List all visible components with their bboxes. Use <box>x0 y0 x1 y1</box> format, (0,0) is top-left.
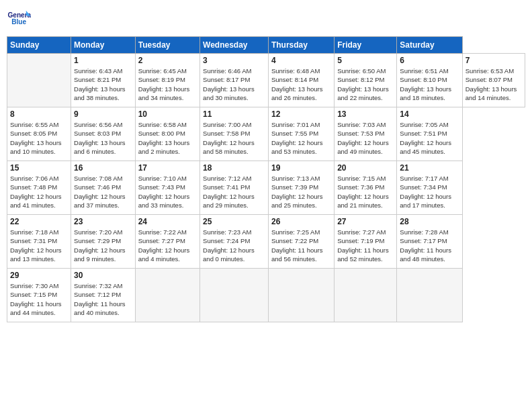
calendar-day-cell <box>397 269 462 322</box>
svg-text:Blue: Blue <box>11 18 26 26</box>
day-info: Sunrise: 7:20 AMSunset: 7:29 PMDaylight:… <box>74 228 132 263</box>
calendar-day-cell: 13Sunrise: 7:03 AMSunset: 7:53 PMDayligh… <box>335 107 397 161</box>
weekday-header-tuesday: Tuesday <box>135 37 200 54</box>
calendar-day-cell: 17Sunrise: 7:10 AMSunset: 7:43 PMDayligh… <box>135 161 200 215</box>
calendar-week-row: 22Sunrise: 7:18 AMSunset: 7:31 PMDayligh… <box>7 215 525 269</box>
calendar-day-cell: 6Sunrise: 6:51 AMSunset: 8:10 PMDaylight… <box>397 54 462 107</box>
calendar-day-cell <box>200 269 269 322</box>
day-number: 11 <box>203 109 265 119</box>
day-number: 24 <box>138 217 197 226</box>
day-info: Sunrise: 7:12 AMSunset: 7:41 PMDaylight:… <box>203 174 265 210</box>
day-info: Sunrise: 7:03 AMSunset: 7:53 PMDaylight:… <box>337 120 394 156</box>
day-number: 7 <box>466 56 522 65</box>
calendar-day-cell: 14Sunrise: 7:05 AMSunset: 7:51 PMDayligh… <box>397 107 462 161</box>
calendar-day-cell <box>268 269 334 322</box>
day-info: Sunrise: 7:06 AMSunset: 7:48 PMDaylight:… <box>10 174 68 210</box>
day-number: 26 <box>271 217 331 226</box>
calendar-table: SundayMondayTuesdayWednesdayThursdayFrid… <box>7 36 525 322</box>
day-number: 19 <box>271 163 331 173</box>
calendar-day-cell: 26Sunrise: 7:25 AMSunset: 7:22 PMDayligh… <box>268 215 334 269</box>
day-number: 16 <box>74 163 132 173</box>
day-info: Sunrise: 7:27 AMSunset: 7:19 PMDaylight:… <box>337 228 394 263</box>
day-number: 1 <box>74 56 132 65</box>
calendar-day-cell: 5Sunrise: 6:50 AMSunset: 8:12 PMDaylight… <box>335 54 397 107</box>
day-info: Sunrise: 7:25 AMSunset: 7:22 PMDaylight:… <box>271 228 331 263</box>
weekday-header-saturday: Saturday <box>397 37 462 54</box>
calendar-day-cell: 21Sunrise: 7:17 AMSunset: 7:34 PMDayligh… <box>397 161 462 215</box>
calendar-day-cell: 29Sunrise: 7:30 AMSunset: 7:15 PMDayligh… <box>7 269 71 322</box>
calendar-day-cell: 28Sunrise: 7:28 AMSunset: 7:17 PMDayligh… <box>397 215 462 269</box>
calendar-week-row: 8Sunrise: 6:55 AMSunset: 8:05 PMDaylight… <box>7 107 525 161</box>
calendar-day-cell: 11Sunrise: 7:00 AMSunset: 7:58 PMDayligh… <box>200 107 269 161</box>
calendar-day-cell: 12Sunrise: 7:01 AMSunset: 7:55 PMDayligh… <box>268 107 334 161</box>
day-info: Sunrise: 7:28 AMSunset: 7:17 PMDaylight:… <box>400 228 459 263</box>
day-info: Sunrise: 6:45 AMSunset: 8:19 PMDaylight:… <box>138 66 197 102</box>
day-number: 15 <box>10 163 68 173</box>
calendar-day-cell: 16Sunrise: 7:08 AMSunset: 7:46 PMDayligh… <box>71 161 136 215</box>
day-info: Sunrise: 7:01 AMSunset: 7:55 PMDaylight:… <box>271 120 331 156</box>
day-number: 27 <box>337 217 394 226</box>
day-info: Sunrise: 7:22 AMSunset: 7:27 PMDaylight:… <box>138 228 197 263</box>
day-info: Sunrise: 6:55 AMSunset: 8:05 PMDaylight:… <box>10 120 68 156</box>
calendar-week-row: 29Sunrise: 7:30 AMSunset: 7:15 PMDayligh… <box>7 269 525 322</box>
day-info: Sunrise: 6:46 AMSunset: 8:17 PMDaylight:… <box>203 66 265 102</box>
calendar-week-row: 1Sunrise: 6:43 AMSunset: 8:21 PMDaylight… <box>7 54 525 107</box>
day-info: Sunrise: 7:15 AMSunset: 7:36 PMDaylight:… <box>337 174 394 210</box>
weekday-header-thursday: Thursday <box>268 37 334 54</box>
day-number: 12 <box>271 109 331 119</box>
page-header: General Blue <box>7 7 525 31</box>
day-number: 14 <box>400 109 459 119</box>
calendar-day-cell: 15Sunrise: 7:06 AMSunset: 7:48 PMDayligh… <box>7 161 71 215</box>
calendar-day-cell: 10Sunrise: 6:58 AMSunset: 8:00 PMDayligh… <box>135 107 200 161</box>
weekday-header-monday: Monday <box>71 37 136 54</box>
day-number: 25 <box>203 217 265 226</box>
day-number: 21 <box>400 163 459 173</box>
day-info: Sunrise: 6:58 AMSunset: 8:00 PMDaylight:… <box>138 120 197 156</box>
day-number: 10 <box>138 109 197 119</box>
calendar-day-cell: 22Sunrise: 7:18 AMSunset: 7:31 PMDayligh… <box>7 215 71 269</box>
calendar-day-cell: 7Sunrise: 6:53 AMSunset: 8:07 PMDaylight… <box>462 54 525 107</box>
weekday-header-sunday: Sunday <box>7 37 71 54</box>
day-info: Sunrise: 6:56 AMSunset: 8:03 PMDaylight:… <box>74 120 132 156</box>
day-info: Sunrise: 7:00 AMSunset: 7:58 PMDaylight:… <box>203 120 265 156</box>
calendar-day-cell: 9Sunrise: 6:56 AMSunset: 8:03 PMDaylight… <box>71 107 136 161</box>
day-number: 13 <box>337 109 394 119</box>
day-number: 20 <box>337 163 394 173</box>
logo: General Blue <box>7 7 31 31</box>
weekday-header-friday: Friday <box>335 37 397 54</box>
day-number: 18 <box>203 163 265 173</box>
calendar-day-cell: 19Sunrise: 7:13 AMSunset: 7:39 PMDayligh… <box>268 161 334 215</box>
calendar-day-cell: 3Sunrise: 6:46 AMSunset: 8:17 PMDaylight… <box>200 54 269 107</box>
day-info: Sunrise: 6:43 AMSunset: 8:21 PMDaylight:… <box>74 66 132 102</box>
day-number: 5 <box>337 56 394 65</box>
calendar-day-cell: 1Sunrise: 6:43 AMSunset: 8:21 PMDaylight… <box>71 54 136 107</box>
weekday-header-wednesday: Wednesday <box>200 37 269 54</box>
day-info: Sunrise: 7:05 AMSunset: 7:51 PMDaylight:… <box>400 120 459 156</box>
calendar-week-row: 15Sunrise: 7:06 AMSunset: 7:48 PMDayligh… <box>7 161 525 215</box>
day-number: 30 <box>74 271 132 280</box>
calendar-day-cell <box>135 269 200 322</box>
day-info: Sunrise: 7:32 AMSunset: 7:12 PMDaylight:… <box>74 281 132 317</box>
day-info: Sunrise: 7:23 AMSunset: 7:24 PMDaylight:… <box>203 228 265 263</box>
day-info: Sunrise: 7:30 AMSunset: 7:15 PMDaylight:… <box>10 281 68 317</box>
day-info: Sunrise: 7:18 AMSunset: 7:31 PMDaylight:… <box>10 228 68 263</box>
calendar-day-cell: 2Sunrise: 6:45 AMSunset: 8:19 PMDaylight… <box>135 54 200 107</box>
day-number: 9 <box>74 109 132 119</box>
calendar-day-cell: 18Sunrise: 7:12 AMSunset: 7:41 PMDayligh… <box>200 161 269 215</box>
calendar-day-cell: 30Sunrise: 7:32 AMSunset: 7:12 PMDayligh… <box>71 269 136 322</box>
day-number: 28 <box>400 217 459 226</box>
day-info: Sunrise: 6:50 AMSunset: 8:12 PMDaylight:… <box>337 66 394 102</box>
calendar-day-cell: 25Sunrise: 7:23 AMSunset: 7:24 PMDayligh… <box>200 215 269 269</box>
day-number: 22 <box>10 217 68 226</box>
day-number: 23 <box>74 217 132 226</box>
day-number: 29 <box>10 271 68 280</box>
day-number: 17 <box>138 163 197 173</box>
calendar-day-cell: 4Sunrise: 6:48 AMSunset: 8:14 PMDaylight… <box>268 54 334 107</box>
calendar-day-cell: 23Sunrise: 7:20 AMSunset: 7:29 PMDayligh… <box>71 215 136 269</box>
day-number: 2 <box>138 56 197 65</box>
calendar-day-cell: 20Sunrise: 7:15 AMSunset: 7:36 PMDayligh… <box>335 161 397 215</box>
day-info: Sunrise: 7:08 AMSunset: 7:46 PMDaylight:… <box>74 174 132 210</box>
empty-cell <box>7 54 71 107</box>
calendar-day-cell: 27Sunrise: 7:27 AMSunset: 7:19 PMDayligh… <box>335 215 397 269</box>
day-info: Sunrise: 6:53 AMSunset: 8:07 PMDaylight:… <box>466 66 522 102</box>
